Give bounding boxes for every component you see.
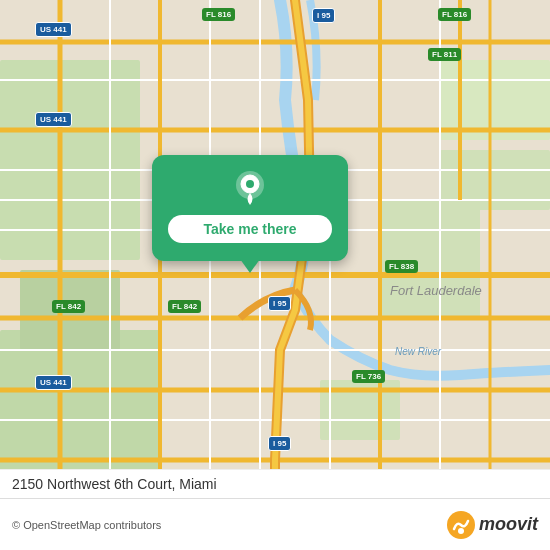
info-bar: © OpenStreetMap contributors moovit: [0, 498, 550, 550]
moovit-logo-icon: [447, 511, 475, 539]
map-container: Fort Lauderdale New River US 441 US 441 …: [0, 0, 550, 550]
map-svg: Fort Lauderdale New River: [0, 0, 550, 550]
svg-text:New River: New River: [395, 346, 442, 357]
address-bar: 2150 Northwest 6th Court, Miami: [0, 469, 550, 498]
highway-label-fl816-1: FL 816: [202, 8, 235, 21]
highway-label-fl816-2: FL 816: [438, 8, 471, 21]
location-popup: Take me there: [152, 155, 348, 261]
highway-label-fl842-1: FL 842: [52, 300, 85, 313]
highway-label-i95-1: I 95: [312, 8, 335, 23]
highway-label-us441-2: US 441: [35, 112, 72, 127]
address-text: 2150 Northwest 6th Court, Miami: [12, 476, 217, 492]
highway-label-fl736: FL 736: [352, 370, 385, 383]
highway-label-fl838: FL 838: [385, 260, 418, 273]
svg-point-37: [458, 528, 464, 534]
highway-label-i95-3: I 95: [268, 436, 291, 451]
svg-text:Fort Lauderdale: Fort Lauderdale: [390, 283, 482, 298]
highway-label-us441-3: US 441: [35, 375, 72, 390]
take-me-there-button[interactable]: Take me there: [168, 215, 332, 243]
highway-label-i95-2: I 95: [268, 296, 291, 311]
location-pin-icon: [231, 169, 269, 207]
svg-point-35: [246, 180, 254, 188]
highway-label-us441-1: US 441: [35, 22, 72, 37]
map-attribution: © OpenStreetMap contributors: [12, 519, 161, 531]
highway-label-fl842-2: FL 842: [168, 300, 201, 313]
highway-label-fl811: FL 811: [428, 48, 461, 61]
moovit-brand-text: moovit: [479, 514, 538, 535]
moovit-logo: moovit: [447, 511, 538, 539]
